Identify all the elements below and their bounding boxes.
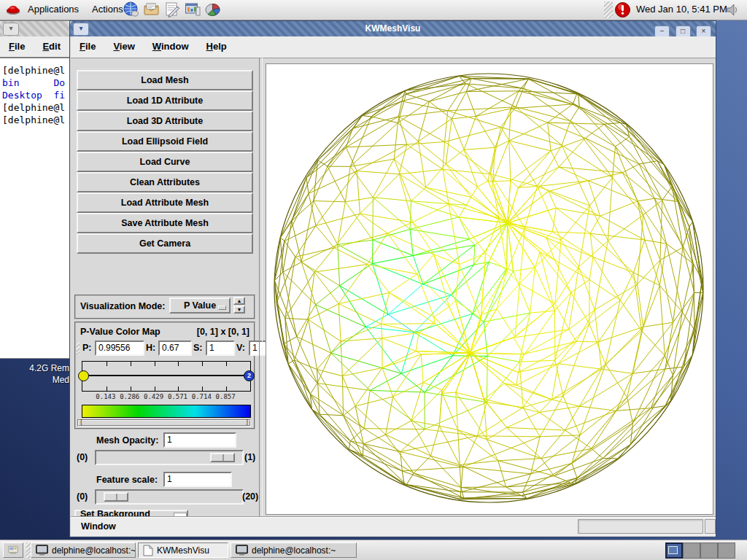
colormap-gradient-bar	[82, 405, 251, 418]
viz-mode-spin-down-button[interactable]: ▼	[233, 306, 245, 314]
mesh-opacity-label: Mesh Opacity:	[96, 435, 158, 446]
tick-label: 0.571	[168, 393, 187, 400]
colormap-frame: P-Value Color Map[0, 1] x [0, 1]P:0.9955…	[74, 322, 255, 429]
minimize-button[interactable]: −	[654, 26, 670, 36]
applications-menu[interactable]: Applications	[25, 0, 82, 19]
web-browser-launcher-icon[interactable]	[123, 1, 140, 18]
mesh-opacity-slider-handle[interactable]	[210, 453, 235, 462]
field-entry-p[interactable]: 0.99556	[95, 341, 144, 356]
kw-menu-file[interactable]: File	[71, 36, 104, 55]
mesh-opacity-entry[interactable]: 1	[163, 432, 236, 448]
email-launcher-icon[interactable]	[143, 1, 160, 18]
workspace-3[interactable]	[700, 542, 718, 559]
get-camera-button[interactable]: Get Camera	[77, 233, 253, 254]
kw-menu-window[interactable]: Window	[144, 36, 198, 55]
colormap-left-handle[interactable]	[78, 370, 89, 381]
load-3d-attribute-button[interactable]: Load 3D Attribute	[77, 111, 253, 131]
close-button[interactable]: ×	[696, 26, 711, 36]
task-button-2[interactable]: KWMeshVisu	[138, 542, 228, 558]
desktop-icon-label-line1: 4.2G Rem	[7, 362, 69, 374]
task-button-label: KWMeshVisu	[157, 545, 209, 556]
slider-tick	[155, 362, 155, 366]
slider-tick	[107, 362, 107, 366]
writer-launcher-icon[interactable]	[163, 1, 181, 18]
status-text: Window	[81, 521, 116, 532]
terminal-line: bin Do	[0, 77, 69, 89]
load-ellipsoid-field-button[interactable]: Load Ellipsoid Field	[77, 131, 253, 152]
status-grip[interactable]	[705, 519, 716, 534]
workspace-2[interactable]	[683, 542, 700, 559]
workspace-4[interactable]	[718, 542, 735, 559]
colormap-right-handle[interactable]: 2	[244, 370, 255, 381]
kw-menu-help[interactable]: Help	[198, 36, 236, 55]
task-button-1[interactable]: delphine@localhost:~	[31, 542, 136, 558]
colormap-title: P-Value Color Map	[80, 327, 160, 337]
status-progress	[578, 519, 703, 534]
slider-tick	[178, 386, 179, 391]
feature-scale-label: Feature scale:	[96, 475, 158, 485]
workspace-switcher	[665, 542, 735, 559]
slider-tick	[202, 386, 203, 391]
redhat-menu-icon[interactable]	[5, 2, 21, 18]
terminal-menu-edit[interactable]: Edit	[34, 36, 69, 55]
kw-titlebar[interactable]: ▾ KWMeshVisu − □ ×	[70, 21, 716, 36]
load-mesh-button[interactable]: Load Mesh	[77, 70, 253, 90]
alert-notification-icon[interactable]	[614, 1, 631, 18]
slider-tick-labels: 0.1430.2860.4290.5710.7140.857	[82, 393, 249, 400]
terminal-line: [delphine@l	[0, 114, 69, 126]
kw-menu-view[interactable]: View	[104, 36, 143, 55]
field-label-p: P:	[82, 343, 92, 353]
mesh-sphere	[266, 64, 713, 514]
scrollbar-thumb[interactable]: []	[78, 420, 250, 426]
field-entry-h[interactable]: 0.67	[158, 341, 192, 356]
visualization-mode-frame: Visualization Mode:P Value▲▼	[74, 295, 255, 319]
terminal-menu-file[interactable]: File	[0, 36, 34, 55]
optionmenu-indicator-icon	[218, 306, 226, 310]
document-icon	[143, 545, 153, 556]
colormap-scrollbar[interactable]: []	[77, 419, 251, 427]
save-attribute-mesh-button[interactable]: Save Attribute Mesh	[77, 213, 253, 233]
scrollbar-left-cap: [	[80, 421, 83, 425]
colormap-slider-canvas[interactable]: 2	[82, 361, 251, 392]
speaker-icon[interactable]	[725, 3, 740, 17]
visualization-mode-dropdown[interactable]: P Value	[169, 298, 231, 314]
pane-grip[interactable]	[77, 342, 80, 355]
panel-drag-handle[interactable]	[604, 1, 613, 18]
feature-scale-entry[interactable]: 1	[163, 472, 232, 487]
task-button-3[interactable]: delphine@localhost:~	[231, 542, 357, 558]
workspace-1[interactable]	[665, 542, 683, 559]
load-1d-attribute-button[interactable]: Load 1D Attribute	[77, 90, 253, 111]
colormap-range-label: [0, 1] x [0, 1]	[197, 327, 249, 337]
feature-scale-slider[interactable]	[95, 489, 244, 505]
visualization-mode-label: Visualization Mode:	[80, 301, 165, 311]
mesh-opacity-max-label: (1)	[244, 452, 255, 462]
terminal-icon	[36, 545, 48, 556]
maximize-button[interactable]: □	[676, 26, 691, 36]
taskbar: delphine@localhost:~KWMeshVisudelphine@l…	[0, 540, 747, 560]
load-attribute-mesh-button[interactable]: Load Attribute Mesh	[77, 192, 253, 213]
slider-tick	[226, 362, 227, 366]
terminal-line: [delphine@l	[0, 64, 69, 77]
actions-menu[interactable]: Actions	[89, 0, 126, 19]
clean-attributes-button[interactable]: Clean Attributes	[77, 172, 253, 192]
slider-tick	[131, 362, 131, 366]
calc-launcher-icon[interactable]	[204, 1, 222, 18]
tick-label: 0.857	[216, 393, 236, 400]
terminal-window-menu-button[interactable]: ▾	[3, 23, 19, 36]
show-desktop-button[interactable]	[3, 542, 23, 558]
terminal-titlebar[interactable]: ▾	[0, 21, 69, 36]
tick-label: 0.286	[120, 393, 139, 400]
viz-mode-spin-up-button[interactable]: ▲	[233, 297, 245, 305]
render-viewport[interactable]	[266, 63, 713, 515]
field-entry-s[interactable]: 1	[206, 341, 235, 356]
desktop-icon-label[interactable]: 4.2G Rem Med	[7, 362, 69, 386]
field-label-h: H:	[146, 343, 155, 353]
mesh-opacity-slider[interactable]	[95, 450, 244, 465]
clock[interactable]: Wed Jan 10, 5:41 PM	[636, 0, 727, 19]
feature-scale-slider-handle[interactable]	[104, 492, 128, 502]
terminal-output[interactable]: [delphine@lbin DoDesktop fi[delphine@l[d…	[0, 57, 69, 359]
kwmeshvisu-window: ▾ KWMeshVisu − □ × FileViewWindowHelp Lo…	[69, 20, 716, 537]
feature-scale-min-label: (0)	[77, 491, 88, 502]
impress-launcher-icon[interactable]	[184, 1, 201, 18]
load-curve-button[interactable]: Load Curve	[77, 152, 253, 172]
